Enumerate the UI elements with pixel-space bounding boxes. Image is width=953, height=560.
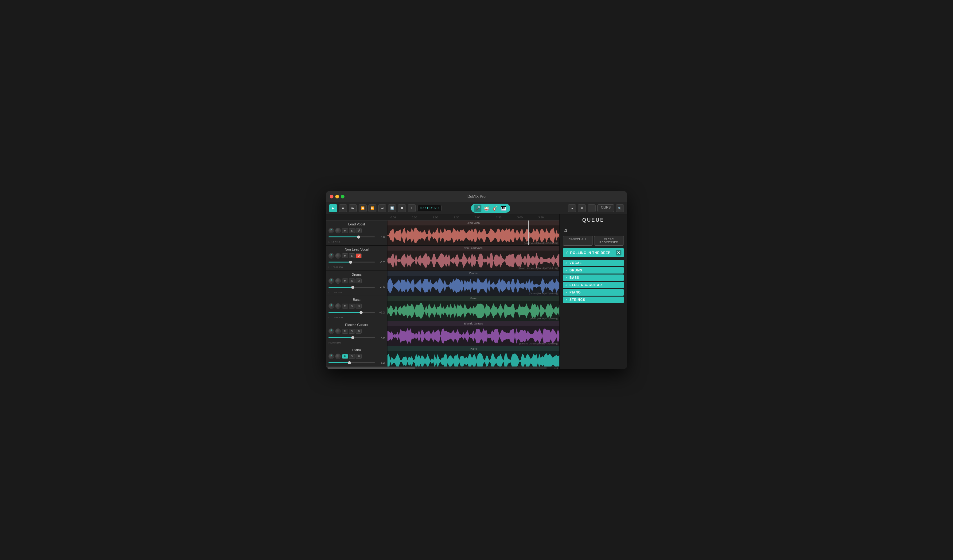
track-knobs-row: MSØ [329,303,385,309]
fader-track[interactable] [329,237,375,237]
track-row: BassMSØ+2.2L:-100 R:100Bass [Bass][Local… [326,296,559,321]
volume-knob[interactable] [329,278,334,284]
volume-knob[interactable] [329,354,334,359]
fader-row: +2.2 [329,310,385,315]
cancel-all-button[interactable]: CANCEL ALL [563,236,593,246]
fader-thumb[interactable] [351,286,354,289]
zoom-expand[interactable]: ⟺ [554,367,558,369]
waveform-label: Electric Guitars [464,322,483,325]
solo-button[interactable]: S [349,228,355,233]
waveform-label: Non Lead Vocal [464,247,483,250]
clear-processed-button[interactable]: CLEAR PROCESSED [594,236,624,246]
fader-thumb[interactable] [349,261,352,264]
solo-button[interactable]: S [349,303,355,308]
pan-knob[interactable] [335,303,341,309]
track-waveform[interactable]: Lead Vocal [Lead Vocal][Local][4.2 (late… [388,221,559,245]
search-button[interactable]: 🔍 [616,204,624,212]
phase-button[interactable]: Ø [355,354,362,359]
fader-track[interactable] [329,261,375,263]
track-name: Lead Vocal [329,222,385,226]
solo-button[interactable]: S [349,253,355,258]
fader-thumb[interactable] [348,361,351,364]
track-name: Bass [329,298,385,302]
mute-button[interactable]: M [342,303,348,308]
phase-button[interactable]: Ø [355,253,362,258]
skip-start-button[interactable]: ⏮ [349,204,357,212]
guitar-tool[interactable]: 🎸 [491,204,498,212]
pan-knob[interactable] [335,228,341,234]
maximize-button[interactable] [341,195,345,198]
play-button[interactable]: ▶ [329,204,337,212]
fader-thumb[interactable] [360,311,363,314]
volume-knob[interactable] [329,328,334,334]
queue-song-item[interactable]: ✓ ROLLING IN THE DEEP ✕ [563,248,624,257]
fader-row: -4.9 [329,285,385,289]
rewind-button[interactable]: ⏪ [359,204,366,212]
main-window: DeMIX Pro ▶ ■ ⏮ ⏪ ⏩ ⏭ 🔄 ⏹ ⏸ 03:15:929 🎤 … [326,191,627,369]
queue-actions: CANCEL ALL CLEAR PROCESSED [563,236,624,246]
fader-thumb[interactable] [351,336,354,339]
scroll-thumb[interactable] [327,367,415,369]
solo-button[interactable]: S [349,329,355,334]
pan-knob[interactable] [335,328,341,334]
volume-knob[interactable] [329,253,334,258]
loop-button[interactable]: 🔄 [388,204,396,212]
track-waveform[interactable]: Electric Guitars [Electric Guitars][Loca… [388,321,559,346]
song-remove-button[interactable]: ✕ [616,250,621,255]
volume-knob[interactable] [329,303,334,309]
vocal-tool[interactable]: 🎤 [474,204,481,212]
drums-tool[interactable]: 🥁 [483,204,490,212]
zoom-out[interactable]: − [552,367,554,369]
stem-item-2[interactable]: ✓BASS [563,274,624,281]
track-controls-2: DrumsMSØ-4.9L:-100 L:-28 [326,271,388,295]
solo-button[interactable]: S [349,278,355,283]
record-button[interactable]: ⏹ [398,204,406,212]
phase-button[interactable]: Ø [355,228,362,233]
phase-button[interactable]: Ø [355,303,362,308]
track-waveform[interactable]: Drums [Drums][Local][4.2 (latest)] [388,271,559,295]
fader-track[interactable] [329,312,375,313]
menu-button[interactable]: ☰ [588,204,596,212]
pan-knob[interactable] [335,278,341,284]
mute-button[interactable]: M [342,278,348,283]
stop-button[interactable]: ■ [339,204,347,212]
track-waveform[interactable]: Piano [Piano][Local][4.2 (latest)] [388,346,559,367]
piano-tool[interactable]: 🎹 [500,204,507,212]
pause-button[interactable]: ⏸ [408,204,416,212]
phase-button[interactable]: Ø [355,278,362,283]
track-name: Electric Guitars [329,323,385,326]
track-controls-4: Electric GuitarsMSØ-4.9R:29 R:100 [326,321,388,346]
solo-button[interactable]: S [349,354,355,359]
mute-button[interactable]: M [342,253,348,258]
stem-item-3[interactable]: ✓ELECTRIC-GUITAR [563,282,624,288]
fader-track[interactable] [329,337,375,338]
monitor-button[interactable]: 🖥 [578,204,586,212]
tracks-list[interactable]: Lead VocalMSØ0.0L:-12 R:19Lead Vocal [Le… [326,221,559,367]
skip-end-button[interactable]: ⏭ [378,204,386,212]
fader-track[interactable] [329,287,375,288]
pan-knob[interactable] [335,253,341,258]
close-button[interactable] [330,195,334,198]
track-knobs-row: MSØ [329,253,385,258]
stem-item-4[interactable]: ✓PIANO [563,289,624,295]
minimize-button[interactable] [335,195,339,198]
mute-button[interactable]: M [342,354,348,359]
track-waveform[interactable]: Non Lead Vocal [Non Lead Vocal][Local][4… [388,246,559,271]
phase-button[interactable]: Ø [355,329,362,334]
stem-item-5[interactable]: ✓STRINGS [563,297,624,303]
mute-button[interactable]: M [342,329,348,334]
fader-track[interactable] [329,362,375,363]
zoom-in[interactable]: + [548,367,549,369]
track-waveform[interactable]: Bass [Bass][Local][4.2 (latest)] [388,296,559,321]
track-knobs-row: MSØ [329,278,385,284]
scroll-track[interactable] [327,367,547,369]
volume-knob[interactable] [329,228,334,234]
mute-button[interactable]: M [342,228,348,233]
fast-forward-button[interactable]: ⏩ [368,204,376,212]
stem-item-0[interactable]: ✓VOCAL [563,260,624,266]
cloud-button[interactable]: ☁ [568,204,576,212]
stem-item-1[interactable]: ✓DRUMS [563,267,624,274]
pan-knob[interactable] [335,354,341,359]
fader-thumb[interactable] [357,235,360,238]
clips-button[interactable]: CLIPS [598,204,614,212]
